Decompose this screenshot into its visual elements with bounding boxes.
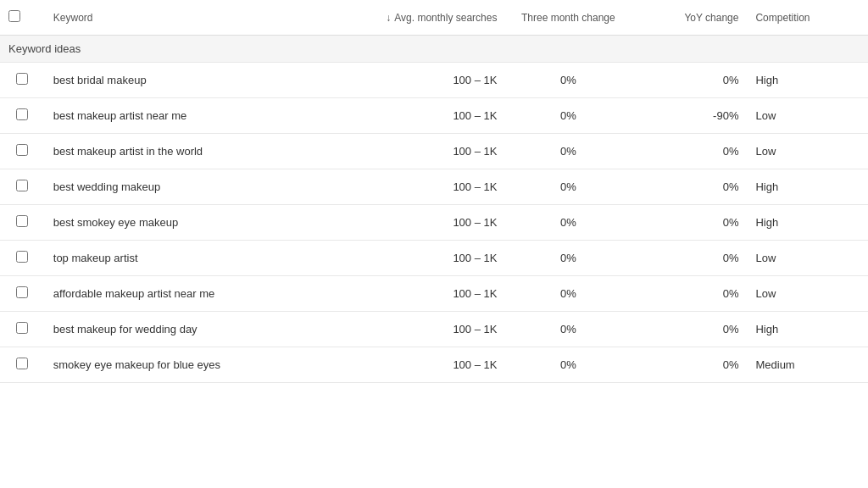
row-monthly-8: 100 – 1K	[340, 347, 505, 383]
row-three-month-0: 0%	[505, 63, 631, 98]
row-keyword-2: best makeup artist in the world	[45, 134, 340, 169]
row-competition-4: High	[747, 205, 868, 241]
row-three-month-1: 0%	[505, 98, 631, 134]
table-row: best makeup for wedding day 100 – 1K 0% …	[0, 312, 868, 347]
header-keyword-label: Keyword	[53, 12, 93, 24]
table-row: best makeup artist in the world 100 – 1K…	[0, 134, 868, 169]
row-checkbox-cell	[0, 241, 45, 276]
header-yoy-change[interactable]: YoY change	[631, 0, 747, 36]
row-checkbox-3[interactable]	[16, 180, 28, 191]
table-row: best bridal makeup 100 – 1K 0% 0% High	[0, 63, 868, 98]
row-checkbox-5[interactable]	[16, 251, 28, 263]
header-three-month-change[interactable]: Three month change	[505, 0, 631, 36]
row-checkbox-7[interactable]	[16, 322, 28, 334]
header-monthly-searches[interactable]: ↓Avg. monthly searches	[340, 0, 505, 36]
row-keyword-0: best bridal makeup	[45, 63, 340, 98]
row-competition-0: High	[747, 63, 868, 98]
row-yoy-0: 0%	[631, 63, 747, 98]
sort-down-icon: ↓	[386, 12, 391, 24]
row-competition-1: Low	[747, 98, 868, 134]
row-competition-2: Low	[747, 134, 868, 169]
row-checkbox-cell	[0, 98, 45, 134]
row-monthly-5: 100 – 1K	[340, 241, 505, 276]
row-keyword-4: best smokey eye makeup	[45, 205, 340, 241]
table-row: affordable makeup artist near me 100 – 1…	[0, 276, 868, 312]
header-monthly-label: Avg. monthly searches	[394, 12, 497, 24]
table-row: smokey eye makeup for blue eyes 100 – 1K…	[0, 347, 868, 383]
table-row: best wedding makeup 100 – 1K 0% 0% High	[0, 169, 868, 205]
row-yoy-3: 0%	[631, 169, 747, 205]
row-monthly-4: 100 – 1K	[340, 205, 505, 241]
row-checkbox-cell	[0, 312, 45, 347]
row-competition-6: Low	[747, 276, 868, 312]
row-keyword-3: best wedding makeup	[45, 169, 340, 205]
row-checkbox-cell	[0, 134, 45, 169]
keyword-table-container: Keyword ↓Avg. monthly searches Three mon…	[0, 0, 868, 383]
row-three-month-6: 0%	[505, 276, 631, 312]
row-yoy-2: 0%	[631, 134, 747, 169]
row-keyword-6: affordable makeup artist near me	[45, 276, 340, 312]
row-checkbox-cell	[0, 276, 45, 312]
row-competition-5: Low	[747, 241, 868, 276]
row-three-month-7: 0%	[505, 312, 631, 347]
row-yoy-5: 0%	[631, 241, 747, 276]
keyword-ideas-label: Keyword ideas	[0, 36, 868, 63]
row-checkbox-cell	[0, 205, 45, 241]
row-yoy-4: 0%	[631, 205, 747, 241]
row-three-month-5: 0%	[505, 241, 631, 276]
row-yoy-8: 0%	[631, 347, 747, 383]
header-checkbox-cell	[0, 0, 45, 36]
row-yoy-6: 0%	[631, 276, 747, 312]
row-keyword-5: top makeup artist	[45, 241, 340, 276]
row-checkbox-cell	[0, 63, 45, 98]
header-competition-label: Competition	[755, 12, 810, 24]
row-keyword-1: best makeup artist near me	[45, 98, 340, 134]
header-competition[interactable]: Competition	[747, 0, 868, 36]
row-three-month-2: 0%	[505, 134, 631, 169]
row-three-month-8: 0%	[505, 347, 631, 383]
row-checkbox-2[interactable]	[16, 144, 28, 156]
row-monthly-7: 100 – 1K	[340, 312, 505, 347]
row-three-month-4: 0%	[505, 205, 631, 241]
keyword-ideas-section-row: Keyword ideas	[0, 36, 868, 63]
row-checkbox-cell	[0, 347, 45, 383]
header-three-month-label: Three month change	[521, 12, 615, 24]
row-monthly-1: 100 – 1K	[340, 98, 505, 134]
row-yoy-7: 0%	[631, 312, 747, 347]
table-header-row: Keyword ↓Avg. monthly searches Three mon…	[0, 0, 868, 36]
row-three-month-3: 0%	[505, 169, 631, 205]
row-monthly-0: 100 – 1K	[340, 63, 505, 98]
table-row: top makeup artist 100 – 1K 0% 0% Low	[0, 241, 868, 276]
row-checkbox-0[interactable]	[16, 73, 28, 85]
row-checkbox-8[interactable]	[16, 358, 28, 369]
row-monthly-2: 100 – 1K	[340, 134, 505, 169]
row-checkbox-4[interactable]	[16, 215, 28, 227]
row-checkbox-1[interactable]	[16, 108, 28, 120]
row-keyword-7: best makeup for wedding day	[45, 312, 340, 347]
keyword-table: Keyword ↓Avg. monthly searches Three mon…	[0, 0, 868, 383]
row-monthly-6: 100 – 1K	[340, 276, 505, 312]
table-row: best makeup artist near me 100 – 1K 0% -…	[0, 98, 868, 134]
row-competition-8: Medium	[747, 347, 868, 383]
row-checkbox-cell	[0, 169, 45, 205]
header-yoy-label: YoY change	[684, 12, 738, 24]
row-yoy-1: -90%	[631, 98, 747, 134]
row-competition-7: High	[747, 312, 868, 347]
header-keyword: Keyword	[45, 0, 340, 36]
row-keyword-8: smokey eye makeup for blue eyes	[45, 347, 340, 383]
table-row: best smokey eye makeup 100 – 1K 0% 0% Hi…	[0, 205, 868, 241]
select-all-checkbox[interactable]	[8, 10, 20, 22]
row-checkbox-6[interactable]	[16, 286, 28, 298]
row-monthly-3: 100 – 1K	[340, 169, 505, 205]
row-competition-3: High	[747, 169, 868, 205]
